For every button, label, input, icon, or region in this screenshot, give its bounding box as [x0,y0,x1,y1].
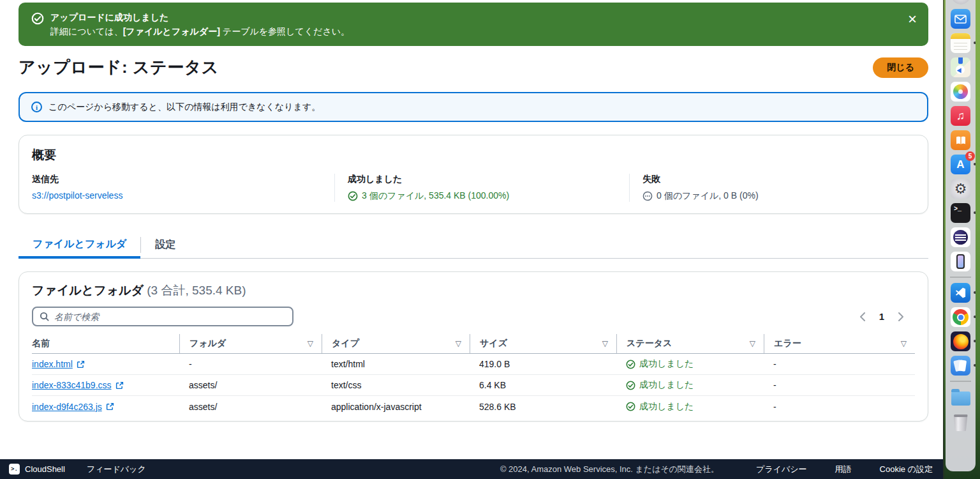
type-cell: text/css [322,380,470,390]
filter-icon[interactable] [750,339,755,348]
dock-item-music[interactable] [951,106,970,126]
failed-label: 失敗 [642,174,902,185]
dock-item-books[interactable] [951,130,970,150]
dock-item-trash[interactable] [951,411,970,431]
dock-item-maps[interactable] [951,57,970,77]
flashbar-close-icon[interactable] [908,11,917,27]
search-box[interactable] [32,307,293,326]
tab-files-and-folders[interactable]: ファイルとフォルダ [19,232,140,259]
table-toolbar: 1 [32,307,915,326]
column-header-folder[interactable]: フォルダ [179,334,322,353]
size-cell: 528.6 KB [470,402,616,412]
dock-item-vscode[interactable] [951,283,970,303]
column-header-status[interactable]: ステータス [616,334,764,353]
tab-bar: ファイルとフォルダ 設定 [19,232,928,259]
success-check-icon [626,381,635,390]
partial-app-icon [951,0,970,4]
success-check-icon [31,12,44,25]
page-header: アップロード: ステータス 閉じる [19,56,928,79]
close-button[interactable]: 閉じる [873,57,928,78]
size-cell: 419.0 B [470,359,616,369]
success-check-icon [626,402,635,411]
folder-cell: assets/ [179,402,322,412]
overview-destination: 送信先 s3://postpilot-serveless [32,174,334,202]
column-header-error[interactable]: エラー [764,334,915,353]
overview-card: 概要 送信先 s3://postpilot-serveless 成功しました 3… [19,135,928,214]
dock-item-downloads[interactable] [951,387,970,407]
books-icon [951,130,970,150]
type-cell: text/html [322,359,470,369]
cloudshell-button[interactable]: CloudShell [9,464,65,475]
music-icon [951,106,970,126]
files-table-count: (3 合計, 535.4 KB) [147,284,246,297]
info-alert-text: このページから移動すると、以下の情報は利用できなくなります。 [48,102,320,113]
pagination: 1 [858,311,906,323]
browser-viewport: アップロードに成功しました 詳細については、[ファイルとフォルダー] テーブルを… [0,0,943,479]
terminal-icon [951,203,970,223]
dock-item-photos[interactable] [951,82,970,102]
dock-item-mail[interactable] [951,9,970,29]
dock-item-partial[interactable] [951,0,970,4]
search-icon [40,312,49,321]
files-table-card: ファイルとフォルダ (3 合計, 535.4 KB) 1 名前 フォルダ [19,271,928,422]
terms-link[interactable]: 用語 [835,464,852,475]
files-table: 名前 フォルダ タイプ サイズ ステータス エラー index.html - t… [32,334,915,417]
failed-value: 0 個のファイル, 0 B (0%) [657,190,759,202]
overview-succeeded: 成功しました 3 個のファイル, 535.4 KB (100.00%) [334,174,629,202]
filter-icon[interactable] [456,339,461,348]
overview-failed: 失敗 0 個のファイル, 0 B (0%) [629,174,915,202]
dock-item-firefox[interactable] [951,331,970,351]
privacy-link[interactable]: プライバシー [756,464,807,475]
table-row: index.html - text/html 419.0 B 成功しました - [32,354,915,375]
page-title: アップロード: ステータス [19,56,219,79]
destination-link[interactable]: s3://postpilot-serveless [32,190,122,201]
vscode-icon [951,283,970,303]
info-alert: このページから移動すると、以下の情報は利用できなくなります。 [19,92,928,122]
filter-icon[interactable] [901,339,907,348]
dock-divider [950,381,971,382]
succeeded-value: 3 個のファイル, 535.4 KB (100.00%) [362,190,509,202]
dock-item-iphone-mirroring[interactable] [951,252,970,271]
filter-icon[interactable] [602,339,608,348]
dock-item-chrome[interactable] [951,307,970,327]
table-row: index-833c41b9.css assets/ text/css 6.4 … [32,375,915,396]
dock-item-system-settings[interactable] [951,179,970,199]
dock-item-eclipse[interactable] [951,227,970,247]
status-cell: 成功しました [616,379,764,391]
column-header-name[interactable]: 名前 [32,334,179,353]
folder-cell: assets/ [179,380,322,390]
tab-settings[interactable]: 設定 [141,232,189,258]
files-table-title: ファイルとフォルダ (3 合計, 535.4 KB) [32,282,915,299]
folder-cell: - [179,359,322,369]
column-header-size[interactable]: サイズ [470,334,616,353]
eclipse-icon [951,227,970,247]
error-cell: - [764,359,915,369]
info-icon [31,102,42,112]
macos-dock: 5 [946,0,976,471]
dock-item-terminal[interactable] [951,203,970,223]
search-input[interactable] [54,312,286,322]
iphone-icon [951,252,970,271]
dock-item-app-store[interactable]: 5 [951,155,970,174]
file-link[interactable]: index.html [32,359,85,369]
column-header-type[interactable]: タイプ [322,334,470,353]
overview-title: 概要 [32,147,915,163]
dock-item-notes[interactable] [951,33,970,53]
error-cell: - [764,402,915,412]
success-check-icon [348,191,358,201]
file-link[interactable]: index-d9f4c263.js [32,402,114,412]
table-header-row: 名前 フォルダ タイプ サイズ ステータス エラー [32,334,915,354]
filter-icon[interactable] [308,339,313,348]
pagination-next-icon[interactable] [896,311,906,323]
feedback-link[interactable]: フィードバック [87,464,146,475]
cookie-settings-link[interactable]: Cookie の設定 [880,464,933,475]
dock-item-pages-app[interactable] [951,356,970,376]
screen: アップロードに成功しました 詳細については、[ファイルとフォルダー] テーブルを… [0,0,980,479]
destination-label: 送信先 [32,174,322,185]
pagination-current-page[interactable]: 1 [879,311,884,322]
file-link[interactable]: index-833c41b9.css [32,380,124,390]
pagination-prev-icon[interactable] [858,311,868,323]
copyright-text: © 2024, Amazon Web Services, Inc. またはその関… [500,464,719,475]
success-check-icon [626,360,635,369]
console-footer: CloudShell フィードバック © 2024, Amazon Web Se… [0,459,943,479]
